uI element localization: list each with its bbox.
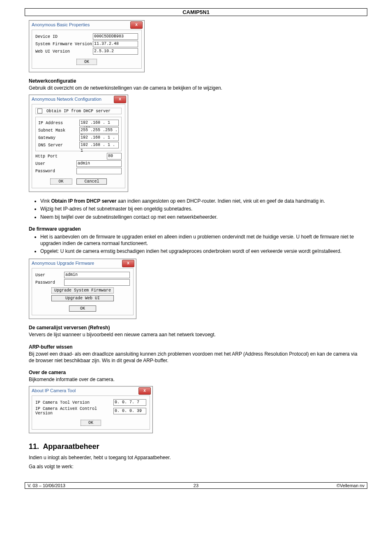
- dhcp-label: Obtain IP from DHCP server: [46, 109, 111, 113]
- list-item: Neem bij twijfel over de subnetinstellin…: [40, 214, 363, 220]
- footer-copyright: ©Velleman nv: [253, 483, 367, 488]
- web-ui-version-value: 2.5.10.2: [93, 48, 138, 55]
- ip-address-input[interactable]: 192 .168 . 1 .150: [79, 120, 119, 126]
- ok-button[interactable]: OK: [76, 59, 97, 65]
- device-id-value: 000C5DDDB983: [93, 33, 138, 40]
- dialog-upgrade-firmware: Anonymous Upgrade Firmware x User admin …: [29, 259, 136, 319]
- user-input[interactable]: admin: [76, 160, 122, 167]
- page-header: CAMIP5N1: [25, 8, 367, 16]
- para-refresh-list: Ververs de lijst wanneer u bijvoorbeeld …: [29, 331, 363, 338]
- dhcp-checkbox-row[interactable]: Obtain IP from DHCP server: [35, 108, 122, 114]
- firmware-version-value: 11.37.2.48: [93, 41, 138, 47]
- tool-version-label: IP Camera Tool Version: [35, 400, 113, 405]
- close-icon[interactable]: x: [130, 21, 143, 29]
- text: aan indien aangesloten op een DHCP-route…: [116, 198, 325, 204]
- text: Vink: [40, 198, 51, 204]
- web-ui-version-label: Web UI Version: [35, 49, 93, 54]
- para-network-config: Gebruik dit overzicht om de netwerkinste…: [29, 85, 363, 91]
- dialog-about-tool: About IP Camera Tool x IP Camera Tool Ve…: [29, 386, 153, 433]
- dialog-basic-properties: Anonymous Basic Properties x Device ID 0…: [29, 20, 145, 72]
- gateway-input[interactable]: 192 .168 . 1 . 1: [79, 134, 119, 141]
- dialog-title-text: Anonymous Network Configuration: [32, 97, 101, 102]
- checkbox-icon[interactable]: [37, 109, 42, 113]
- heading-refresh-list: De cameralijst verversen (Refresh): [29, 325, 363, 331]
- upgrade-system-firmware-button[interactable]: Upgrade System Firmware: [51, 287, 114, 294]
- ok-button[interactable]: OK: [69, 305, 96, 312]
- bullet-list-network: Vink Obtain IP from DHCP server aan indi…: [29, 198, 363, 220]
- footer-page-number: 23: [139, 483, 253, 488]
- chapter-heading: 11. Apparaatbeheer: [29, 442, 363, 451]
- subnet-mask-input[interactable]: 255 .255 .255 . 0: [79, 127, 119, 134]
- close-icon[interactable]: x: [122, 260, 134, 267]
- dialog-title: Anonymous Basic Properties x: [29, 21, 144, 30]
- chapter-para-2: Ga als volgt te werk:: [29, 463, 363, 470]
- dialog-title: Anonymous Network Configuration x: [29, 95, 128, 104]
- user-label: User: [35, 273, 64, 278]
- http-port-label: Http Port: [35, 154, 76, 159]
- list-item: Het is aanbevolen om de firmware te upgr…: [40, 234, 363, 247]
- list-item: Vink Obtain IP from DHCP server aan indi…: [40, 198, 363, 204]
- dns-server-input[interactable]: 192 .168 . 1 . 1: [79, 142, 119, 148]
- activex-version-label: IP Camera ActiveX Control Version: [35, 407, 113, 416]
- list-item: Wijzig het IP-adres of het subnetmaster …: [40, 206, 363, 212]
- user-label: User: [35, 162, 76, 166]
- heading-about-camera: Over de camera: [29, 370, 363, 375]
- password-label: Password: [35, 169, 76, 173]
- ok-button[interactable]: OK: [81, 420, 101, 426]
- http-port-input[interactable]: 80: [107, 153, 122, 160]
- heading-arp-buffer: ARP-buffer wissen: [29, 344, 363, 350]
- footer-version: V. 03 – 10/06/2013: [25, 483, 139, 488]
- chapter-number: 11.: [29, 442, 39, 451]
- list-item: Opgelet: U kunt de camera ernstig bescha…: [40, 248, 363, 254]
- chapter-para-1: Indien u inlogt als beheerder, hebt u to…: [29, 454, 363, 461]
- dns-server-label: DNS Server: [38, 143, 79, 148]
- dialog-title-text: Anonymous Basic Properties: [32, 22, 90, 27]
- heading-network-config: Netwerkconfiguratie: [29, 78, 363, 84]
- cancel-button[interactable]: Cancel: [76, 178, 107, 185]
- bullet-list-firmware: Het is aanbevolen om de firmware te upgr…: [29, 234, 363, 255]
- subnet-mask-label: Subnet Mask: [38, 128, 79, 133]
- heading-firmware-upgrade: De firmware upgraden: [29, 226, 363, 232]
- password-input[interactable]: [64, 279, 130, 286]
- gateway-label: Gateway: [38, 136, 79, 140]
- device-id-label: Device ID: [35, 35, 93, 39]
- dialog-network-config: Anonymous Network Configuration x Obtain…: [29, 95, 128, 192]
- dialog-title: About IP Camera Tool x: [29, 386, 152, 395]
- password-input[interactable]: [76, 168, 122, 174]
- user-input[interactable]: admin: [64, 272, 130, 278]
- chapter-title: Apparaatbeheer: [43, 442, 99, 451]
- para-about-camera: Bijkomende informatie over de camera.: [29, 376, 363, 383]
- password-label: Password: [35, 280, 64, 285]
- page-footer: V. 03 – 10/06/2013 23 ©Velleman nv: [25, 482, 367, 489]
- activex-version-value: 0. 0. 0. 39: [113, 408, 146, 414]
- firmware-version-label: System Firmware Version: [35, 42, 93, 46]
- close-icon[interactable]: x: [138, 387, 151, 395]
- dialog-title: Anonymous Upgrade Firmware x: [29, 259, 136, 268]
- tool-version-value: 0. 0. 7. 7: [113, 399, 146, 406]
- dialog-title-text: About IP Camera Tool: [32, 388, 76, 393]
- para-arp-buffer: Bij zowel een draad- als een draadloze a…: [29, 351, 363, 364]
- dialog-title-text: Anonymous Upgrade Firmware: [32, 261, 94, 266]
- upgrade-web-ui-button[interactable]: Upgrade Web UI: [51, 295, 114, 301]
- ok-button[interactable]: OK: [50, 178, 72, 185]
- text-bold: Obtain IP from DHCP server: [51, 198, 116, 204]
- ip-address-label: IP Address: [38, 121, 79, 125]
- close-icon[interactable]: x: [114, 96, 126, 103]
